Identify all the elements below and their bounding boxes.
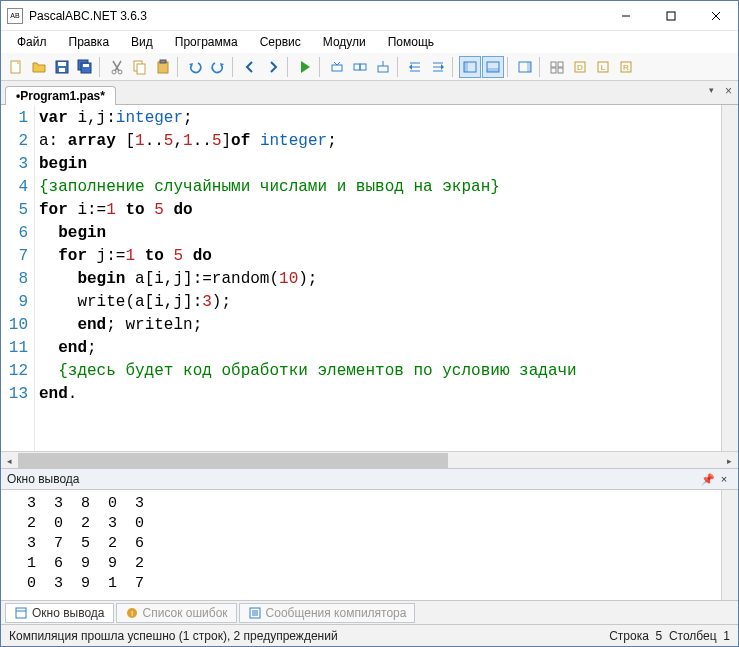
run-icon[interactable]	[294, 56, 316, 78]
indent-icon[interactable]	[427, 56, 449, 78]
window-title: PascalABC.NET 3.6.3	[29, 9, 603, 23]
svg-rect-6	[58, 62, 66, 66]
output-vertical-scrollbar[interactable]	[721, 490, 738, 600]
scroll-left-icon[interactable]: ◂	[1, 452, 18, 469]
svg-rect-7	[59, 68, 65, 72]
step-over-icon[interactable]	[326, 56, 348, 78]
step-into-icon[interactable]	[349, 56, 371, 78]
svg-point-12	[118, 70, 122, 74]
svg-text:!: !	[130, 609, 132, 618]
nav-back-icon[interactable]	[239, 56, 261, 78]
menu-modules[interactable]: Модули	[313, 33, 376, 51]
pin-icon[interactable]: 📌	[700, 473, 716, 486]
svg-rect-16	[160, 60, 166, 63]
redo-icon[interactable]	[207, 56, 229, 78]
tab-output[interactable]: Окно вывода	[5, 603, 114, 623]
svg-point-11	[112, 70, 116, 74]
svg-text:R: R	[623, 63, 629, 72]
output-panel-header: Окно вывода 📌 ×	[1, 468, 738, 490]
status-bar: Компиляция прошла успешно (1 строк), 2 п…	[1, 624, 738, 646]
maximize-button[interactable]	[648, 1, 693, 30]
tab-compiler[interactable]: Сообщения компилятора	[239, 603, 416, 623]
nav-forward-icon[interactable]	[262, 56, 284, 78]
step-out-icon[interactable]	[372, 56, 394, 78]
svg-rect-20	[378, 66, 388, 72]
save-all-icon[interactable]	[74, 56, 96, 78]
svg-rect-14	[137, 64, 145, 74]
tab-bar: •Program1.pas* ▾ ×	[1, 81, 738, 105]
svg-rect-29	[551, 68, 556, 73]
svg-text:L: L	[601, 63, 606, 72]
menu-edit[interactable]: Правка	[59, 33, 120, 51]
line-gutter: 12345678910111213	[1, 105, 35, 451]
menu-view[interactable]: Вид	[121, 33, 163, 51]
module-icon-4[interactable]: R	[615, 56, 637, 78]
save-icon[interactable]	[51, 56, 73, 78]
undo-icon[interactable]	[184, 56, 206, 78]
file-tab[interactable]: •Program1.pas*	[5, 86, 116, 105]
svg-rect-24	[487, 68, 499, 72]
toggle-panel-3-icon[interactable]	[514, 56, 536, 78]
menu-help[interactable]: Помощь	[378, 33, 444, 51]
menu-file[interactable]: Файл	[7, 33, 57, 51]
errors-tab-icon: !	[125, 606, 139, 620]
module-icon-3[interactable]: L	[592, 56, 614, 78]
status-message: Компиляция прошла успешно (1 строк), 2 п…	[9, 629, 338, 643]
app-icon: AB	[7, 8, 23, 24]
copy-icon[interactable]	[129, 56, 151, 78]
status-col-label: Столбец	[669, 629, 717, 643]
svg-rect-10	[83, 64, 89, 67]
scroll-right-icon[interactable]: ▸	[721, 452, 738, 469]
menu-service[interactable]: Сервис	[250, 33, 311, 51]
svg-rect-15	[158, 62, 168, 73]
svg-rect-18	[354, 64, 360, 70]
close-button[interactable]	[693, 1, 738, 30]
status-col-value: 1	[723, 629, 730, 643]
svg-rect-27	[551, 62, 556, 67]
compiler-tab-icon	[248, 606, 262, 620]
code-area[interactable]: var i,j:integer;a: array [1..5,1..5]of i…	[35, 105, 721, 451]
svg-text:D: D	[577, 63, 583, 72]
new-file-icon[interactable]	[5, 56, 27, 78]
svg-rect-19	[360, 64, 366, 70]
svg-rect-1	[667, 12, 675, 20]
svg-rect-22	[464, 62, 468, 72]
code-editor[interactable]: 12345678910111213 var i,j:integer;a: arr…	[1, 105, 738, 451]
toggle-panel-1-icon[interactable]	[459, 56, 481, 78]
menu-bar: Файл Правка Вид Программа Сервис Модули …	[1, 31, 738, 53]
svg-rect-30	[558, 68, 563, 73]
scroll-thumb[interactable]	[18, 453, 448, 468]
svg-rect-28	[558, 62, 563, 67]
output-text[interactable]: 3 3 8 0 3 2 0 2 3 0 3 7 5 2 6 1 6 9 9 2 …	[1, 490, 721, 600]
tab-errors[interactable]: ! Список ошибок	[116, 603, 237, 623]
menu-program[interactable]: Программа	[165, 33, 248, 51]
output-tab-icon	[14, 606, 28, 620]
status-line-label: Строка	[609, 629, 649, 643]
toolbar: D L R	[1, 53, 738, 81]
output-panel-title: Окно вывода	[7, 472, 80, 486]
panel-close-icon[interactable]: ×	[716, 473, 732, 485]
toggle-panel-2-icon[interactable]	[482, 56, 504, 78]
tab-close-icon[interactable]: ×	[725, 84, 732, 98]
horizontal-scrollbar[interactable]: ◂ ▸	[1, 451, 738, 468]
paste-icon[interactable]	[152, 56, 174, 78]
module-icon-1[interactable]	[546, 56, 568, 78]
tab-dropdown-icon[interactable]: ▾	[709, 85, 714, 95]
svg-rect-26	[527, 62, 531, 72]
vertical-scrollbar[interactable]	[721, 105, 738, 451]
outdent-icon[interactable]	[404, 56, 426, 78]
minimize-button[interactable]	[603, 1, 648, 30]
output-panel: 3 3 8 0 3 2 0 2 3 0 3 7 5 2 6 1 6 9 9 2 …	[1, 490, 738, 600]
module-icon-2[interactable]: D	[569, 56, 591, 78]
bottom-tab-bar: Окно вывода ! Список ошибок Сообщения ко…	[1, 600, 738, 624]
open-file-icon[interactable]	[28, 56, 50, 78]
svg-rect-17	[332, 65, 342, 71]
title-bar: AB PascalABC.NET 3.6.3	[1, 1, 738, 31]
cut-icon[interactable]	[106, 56, 128, 78]
svg-rect-37	[16, 608, 26, 618]
status-line-value: 5	[656, 629, 663, 643]
